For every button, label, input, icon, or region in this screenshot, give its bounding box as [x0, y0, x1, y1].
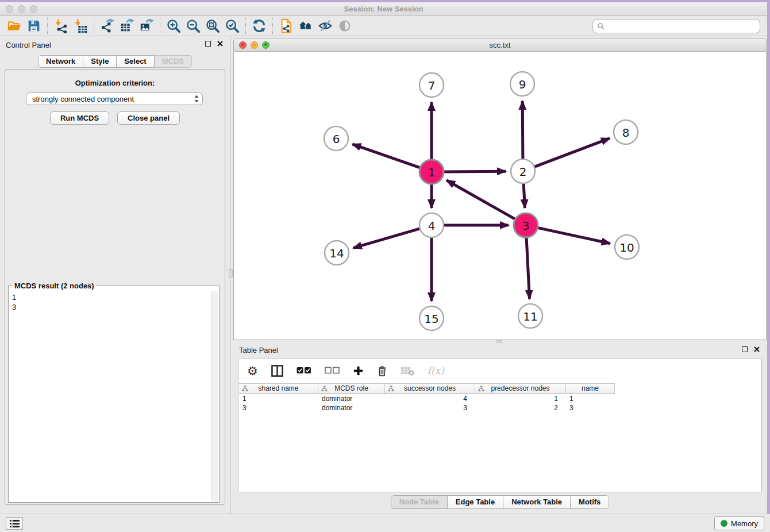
node-14[interactable]: 14 [325, 241, 349, 265]
node-6[interactable]: 6 [324, 126, 348, 151]
column-header-shared-name[interactable]: shared name [239, 384, 318, 394]
cell-shared-name[interactable]: 1 [239, 394, 318, 403]
network-window-titlebar[interactable]: × − + scc.txt [233, 38, 767, 52]
tab-network[interactable]: Network [38, 55, 83, 68]
control-panel-title: Control Panel [6, 41, 51, 49]
run-mcds-button[interactable]: Run MCDS [50, 111, 109, 125]
task-history-button[interactable] [6, 517, 23, 530]
export-table-button[interactable] [117, 17, 137, 34]
mcds-tab-panel: Optimization criterion: strongly connect… [5, 69, 225, 505]
column-layout-button[interactable] [271, 365, 283, 377]
tab-edge-table[interactable]: Edge Table [447, 496, 503, 508]
cell-name[interactable]: 3 [566, 403, 615, 413]
node-7[interactable]: 7 [419, 73, 444, 97]
apply-layout-button[interactable] [249, 17, 269, 34]
control-panel: Control Panel NetworkStyleSelectMCDS Opt… [0, 36, 230, 514]
memory-label: Memory [731, 519, 758, 528]
fx-icon: f(x) [428, 365, 444, 376]
table-panel: Table Panel ⚙ f(x) shared nameMCDS roles… [233, 343, 767, 514]
save-session-button[interactable] [24, 17, 44, 34]
hide-all-columns-button[interactable] [325, 367, 340, 375]
table-row[interactable]: 3dominator323 [239, 403, 761, 413]
node-10[interactable]: 10 [615, 235, 639, 259]
node-4[interactable]: 4 [419, 213, 444, 237]
clone-network-button[interactable] [276, 17, 296, 34]
node-11[interactable]: 11 [518, 304, 542, 328]
close-table-panel-icon[interactable] [754, 346, 760, 352]
column-header-successor-nodes[interactable]: successor nodes [385, 384, 475, 394]
node-label: 11 [523, 310, 537, 323]
close-panel-button[interactable]: Close panel [117, 111, 180, 125]
search-input[interactable] [607, 21, 760, 32]
unchecked-boxes-icon [325, 367, 340, 375]
memory-button[interactable]: Memory [714, 516, 764, 530]
edge-3-1[interactable] [446, 180, 515, 219]
export-network-button[interactable] [98, 17, 117, 34]
cell-successor-nodes[interactable]: 4 [385, 394, 475, 403]
node-3[interactable]: 3 [514, 213, 538, 237]
tab-select[interactable]: Select [117, 55, 154, 68]
node-label: 3 [522, 219, 530, 233]
zoom-fit-button[interactable] [203, 17, 222, 34]
edge-2-8[interactable] [535, 138, 610, 167]
houses-icon [298, 18, 313, 33]
float-table-panel-icon[interactable] [742, 346, 748, 352]
column-header-predecessor-nodes[interactable]: predecessor nodes [475, 384, 566, 394]
zoom-selected-button[interactable] [222, 17, 242, 34]
node-1[interactable]: 1 [419, 160, 444, 184]
tab-motifs[interactable]: Motifs [570, 496, 609, 508]
float-panel-icon[interactable] [205, 41, 211, 47]
toggle-graphics-details-button[interactable] [335, 17, 355, 34]
create-column-button[interactable] [353, 365, 364, 376]
open-file-button[interactable] [5, 17, 24, 34]
cell-name[interactable]: 1 [566, 394, 615, 403]
table-settings-button[interactable]: ⚙ [247, 365, 258, 377]
vertical-splitter-grip[interactable] [229, 269, 233, 277]
zoom-out-button[interactable] [183, 17, 203, 34]
show-graphics-details-button[interactable] [315, 17, 335, 34]
toolbar-separator [245, 18, 246, 34]
node-9[interactable]: 9 [510, 72, 534, 96]
cell-mcds-role[interactable]: dominator [318, 394, 385, 403]
tab-node-table[interactable]: Node Table [391, 496, 447, 508]
edge-3-10[interactable] [538, 228, 610, 244]
node-2[interactable]: 2 [511, 159, 535, 183]
edge-2-9[interactable] [522, 101, 523, 159]
application-window: Session: New Session [0, 0, 770, 532]
function-builder-button[interactable]: f(x) [428, 365, 444, 376]
edge-2-3[interactable] [523, 184, 525, 208]
column-header-mcds-role[interactable]: MCDS role [318, 384, 385, 394]
node-label: 14 [329, 246, 344, 260]
edge-3-11[interactable] [526, 238, 529, 299]
delete-table-button[interactable] [401, 365, 414, 376]
network-canvas[interactable]: 7968124314101511 [233, 52, 767, 340]
column-type-icon [478, 385, 484, 392]
import-table-button[interactable] [71, 17, 90, 34]
node-8[interactable]: 8 [614, 120, 638, 144]
criterion-select[interactable]: strongly connected component [26, 92, 203, 105]
node-15[interactable]: 15 [419, 306, 444, 330]
cell-predecessor-nodes[interactable]: 1 [475, 394, 566, 403]
tab-mcds[interactable]: MCDS [155, 55, 192, 68]
edge-1-6[interactable] [352, 144, 419, 168]
delete-column-button[interactable] [377, 365, 387, 377]
cell-predecessor-nodes[interactable]: 2 [475, 403, 566, 413]
cell-successor-nodes[interactable]: 3 [385, 403, 475, 413]
cell-mcds-role[interactable]: dominator [318, 403, 385, 413]
import-network-button[interactable] [51, 17, 71, 34]
zoom-in-button[interactable] [164, 17, 183, 34]
result-scrollbar[interactable] [211, 291, 218, 502]
toolbar-separator [272, 18, 273, 34]
tab-style[interactable]: Style [83, 55, 117, 68]
table-row[interactable]: 1dominator411 [239, 394, 761, 403]
tab-network-table[interactable]: Network Table [503, 496, 570, 508]
show-all-columns-button[interactable] [297, 367, 311, 375]
edge-1-2[interactable] [444, 171, 506, 172]
cell-shared-name[interactable]: 3 [239, 403, 318, 413]
plus-icon [353, 365, 364, 376]
column-header-name[interactable]: name [566, 384, 615, 394]
edge-4-14[interactable] [353, 229, 419, 248]
close-panel-icon[interactable] [217, 41, 223, 47]
export-image-button[interactable] [137, 17, 156, 34]
first-neighbors-button[interactable] [296, 17, 315, 34]
